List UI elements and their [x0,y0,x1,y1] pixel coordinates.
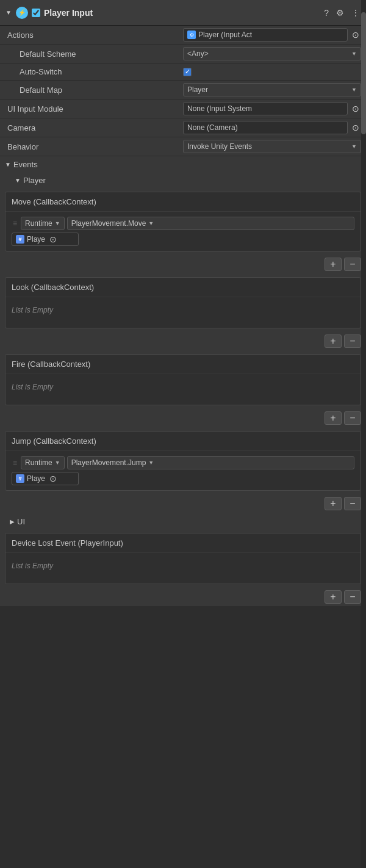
player-label: Player [23,176,46,185]
default-scheme-dropdown[interactable]: <Any> ▼ [183,47,361,60]
ui-input-module-row: UI Input Module None (Input System ⊙ [0,99,366,118]
camera-row: Camera None (Camera) ⊙ [0,118,366,137]
move-event-entry: ≡ Runtime ▼ PlayerMovement.Move ▼ [12,217,354,230]
move-method-arrow: ▼ [148,220,154,226]
scrollbar[interactable] [361,0,366,868]
jump-object-ref[interactable]: # Playe ⊙ [12,472,79,485]
move-hash-icon: # [16,235,24,244]
auto-switch-value: ✓ [183,68,361,76]
jump-remove-button[interactable]: − [344,497,361,510]
camera-target-btn[interactable]: ⊙ [350,122,361,133]
jump-object-text: Playe [27,474,45,483]
fire-add-button[interactable]: + [325,411,342,425]
actions-label: Actions [5,31,183,40]
move-event-header: Move (CallbackContext) [5,192,361,212]
camera-value: None (Camera) ⊙ [183,121,361,134]
device-lost-add-button[interactable]: + [325,590,342,604]
ui-subsection-header[interactable]: ▶ UI [0,514,366,529]
actions-target-btn[interactable]: ⊙ [350,29,361,40]
behavior-dropdown[interactable]: Invoke Unity Events ▼ [183,140,361,153]
move-runtime-arrow: ▼ [55,220,60,226]
player-subsection-header[interactable]: ▼ Player [0,173,366,188]
jump-object-target[interactable]: ⊙ [48,473,59,484]
component-title: Player Input [44,8,319,18]
move-method-dropdown[interactable]: PlayerMovement.Move ▼ [67,217,354,230]
ui-input-module-target-btn[interactable]: ⊙ [350,103,361,114]
jump-add-button[interactable]: + [325,497,342,510]
fire-event-title: Fire (CallbackContext) [12,360,90,369]
settings-button[interactable]: ⚙ [335,7,345,19]
default-map-value: Player ▼ [183,83,361,96]
device-lost-event-title: Device Lost Event (PlayerInput) [12,538,123,548]
ui-input-module-field[interactable]: None (Input System [183,102,348,115]
device-lost-event-body: List is Empty [5,553,361,584]
jump-event-title: Jump (CallbackContext) [12,436,96,446]
move-second-row: # Playe ⊙ [12,233,354,246]
move-remove-button[interactable]: − [344,258,361,271]
jump-add-remove-row: + − [0,494,366,513]
jump-second-row: # Playe ⊙ [12,472,354,485]
device-lost-remove-button[interactable]: − [344,590,361,604]
ui-label: UI [17,517,25,526]
behavior-arrow-icon: ▼ [351,143,357,150]
fire-add-remove-row: + − [0,409,366,427]
fire-event-header: Fire (CallbackContext) [5,355,361,374]
look-event-header: Look (CallbackContext) [5,278,361,297]
default-scheme-label: Default Scheme [5,49,183,59]
device-lost-event-card: Device Lost Event (PlayerInput) List is … [5,533,361,584]
jump-runtime-arrow: ▼ [55,460,60,466]
enabled-checkbox[interactable] [32,9,40,17]
drag-handle-icon[interactable]: ≡ [12,218,18,229]
auto-switch-checkbox[interactable]: ✓ [183,68,192,76]
actions-asset-field[interactable]: ⚙ Player (Input Act [183,28,348,42]
default-map-label: Default Map [5,85,183,95]
events-section-header[interactable]: ▼ Events [0,156,366,173]
move-event-title: Move (CallbackContext) [12,197,96,206]
help-button[interactable]: ? [323,7,330,19]
asset-icon: ⚙ [187,31,196,39]
actions-asset-text: Player (Input Act [198,31,252,39]
look-event-card: Look (CallbackContext) List is Empty [5,277,361,328]
behavior-label: Behavior [5,142,183,151]
player-arrow-icon: ▼ [15,177,21,184]
collapse-arrow[interactable]: ▼ [5,9,12,16]
events-label: Events [13,160,38,169]
jump-event-entry: ≡ Runtime ▼ PlayerMovement.Jump ▼ [12,456,354,469]
jump-method-arrow: ▼ [148,460,154,466]
device-lost-event-header: Device Lost Event (PlayerInput) [5,533,361,553]
auto-switch-label: Auto-Switch [5,67,183,76]
actions-row: Actions ⚙ Player (Input Act ⊙ [0,26,366,45]
component-icon: ⚡ [16,7,28,19]
look-empty-list: List is Empty [12,302,354,318]
jump-method-dropdown[interactable]: PlayerMovement.Jump ▼ [67,456,354,469]
move-object-text: Playe [27,235,45,244]
jump-runtime-dropdown[interactable]: Runtime ▼ [21,456,65,469]
move-method-text: PlayerMovement.Move [71,219,146,228]
jump-event-header: Jump (CallbackContext) [5,432,361,451]
default-scheme-row: Default Scheme <Any> ▼ [0,45,366,63]
more-button[interactable]: ⋮ [350,7,361,19]
look-add-button[interactable]: + [325,335,342,348]
dropdown-arrow-icon: ▼ [351,51,357,57]
camera-label: Camera [5,123,183,132]
fire-remove-button[interactable]: − [344,411,361,425]
move-add-button[interactable]: + [325,258,342,271]
look-remove-button[interactable]: − [344,335,361,348]
default-map-dropdown[interactable]: Player ▼ [183,83,361,96]
jump-event-body: ≡ Runtime ▼ PlayerMovement.Jump ▼ # Play… [5,451,361,490]
ui-input-module-label: UI Input Module [5,104,183,114]
look-event-title: Look (CallbackContext) [12,283,94,292]
look-add-remove-row: + − [0,332,366,350]
move-object-ref[interactable]: # Playe ⊙ [12,233,79,246]
look-event-body: List is Empty [5,297,361,328]
default-scheme-value: <Any> ▼ [183,47,361,60]
jump-drag-handle-icon[interactable]: ≡ [12,457,18,468]
move-object-target[interactable]: ⊙ [48,234,59,245]
header-actions: ? ⚙ ⋮ [323,7,361,19]
move-runtime-dropdown[interactable]: Runtime ▼ [21,217,65,230]
scrollbar-thumb[interactable] [361,12,366,134]
auto-switch-row: Auto-Switch ✓ [0,63,366,81]
camera-field[interactable]: None (Camera) [183,121,348,134]
behavior-value: Invoke Unity Events ▼ [183,140,361,153]
move-runtime-text: Runtime [25,219,52,228]
